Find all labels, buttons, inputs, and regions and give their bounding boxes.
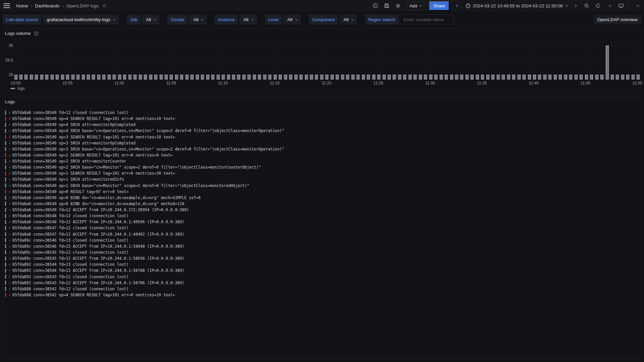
- logs-volume-plot[interactable]: 3029.52910:5010:5511:0011:0511:1011:1511…: [2, 28, 642, 95]
- expand-log-chevron-icon[interactable]: ›: [8, 275, 12, 279]
- expand-log-chevron-icon[interactable]: ›: [8, 238, 12, 243]
- info-circle-icon[interactable]: [372, 2, 379, 9]
- expand-log-chevron-icon[interactable]: ›: [8, 128, 12, 133]
- log-row[interactable]: ›65fda89c conn=38546 fd=13 ACCEPT from I…: [5, 243, 639, 249]
- expand-log-chevron-icon[interactable]: ›: [8, 244, 12, 249]
- x-axis-tick-label: 11:00: [114, 81, 124, 85]
- expand-log-chevron-icon[interactable]: ›: [8, 147, 12, 152]
- refresh-icon[interactable]: [595, 2, 601, 9]
- breadcrumb-home[interactable]: Home: [16, 3, 28, 8]
- log-row[interactable]: ›65fda888 conn=38542 fd=12 closed (conne…: [5, 286, 639, 292]
- gridline: [482, 38, 482, 79]
- log-row[interactable]: ›65fda892 conn=38544 fd=13 closed (conne…: [5, 261, 639, 267]
- logs-volume-bar: [569, 75, 572, 79]
- expand-log-chevron-icon[interactable]: ›: [8, 226, 12, 230]
- collapse-topbar-chevron-icon[interactable]: [634, 2, 641, 9]
- log-row[interactable]: ›65fda8a6 conn=38548 fd=12 ACCEPT from I…: [5, 219, 639, 225]
- log-row[interactable]: ›65fda892 conn=38543 fd=12 ACCEPT from I…: [5, 280, 639, 286]
- datasource-select[interactable]: grafanacloud-keithschmitty-logs: [43, 14, 119, 24]
- breadcrumb-dashboards[interactable]: Dashboards: [35, 3, 59, 8]
- expand-log-chevron-icon[interactable]: ›: [8, 165, 12, 170]
- time-shift-forward-icon[interactable]: [572, 2, 579, 9]
- log-row[interactable]: ›65fda892 conn=38544 fd=13 ACCEPT from I…: [5, 267, 639, 274]
- log-row[interactable]: ›65fda8a6 conn=38549 op=4 SRCH attr=moni…: [5, 122, 639, 128]
- refresh-interval-chevron-icon[interactable]: [606, 2, 613, 9]
- expand-log-chevron-icon[interactable]: ›: [8, 232, 12, 237]
- variable-select[interactable]: All: [189, 14, 207, 24]
- log-row[interactable]: ›65fda8a6 conn=38549 op=4 SRCH base="cn=…: [5, 128, 639, 134]
- expand-log-chevron-icon[interactable]: ›: [8, 268, 12, 273]
- log-line-text: 65fda8a6 conn=38548 fd=12 ACCEPT from IP…: [12, 220, 184, 224]
- log-row[interactable]: ›65fda8a6 conn=38549 op=3 SEARCH RESULT …: [5, 134, 639, 140]
- log-level-indicator: [5, 208, 6, 212]
- variable-select[interactable]: All: [283, 14, 301, 24]
- kiosk-monitor-icon[interactable]: [618, 2, 624, 9]
- variable-group-job: Job All: [127, 14, 159, 24]
- expand-log-chevron-icon[interactable]: ›: [8, 122, 12, 127]
- favorite-star-icon[interactable]: ☆: [102, 3, 106, 9]
- log-row[interactable]: ›65fda8a6 conn=38549 op=1 SRCH base="cn=…: [5, 183, 639, 189]
- log-row[interactable]: ›65fda8a6 conn=38549 op=0 RESULT tag=97 …: [5, 189, 639, 195]
- variable-select[interactable]: All: [239, 14, 257, 24]
- variable-select[interactable]: All: [339, 14, 357, 24]
- expand-log-chevron-icon[interactable]: ›: [8, 177, 12, 182]
- x-axis-tick-label: 11:35: [477, 81, 487, 85]
- log-row[interactable]: ›65fda89c conn=38545 fd=12 closed (conne…: [5, 249, 639, 255]
- expand-log-chevron-icon[interactable]: ›: [8, 201, 12, 206]
- legend-logs[interactable]: logs: [10, 86, 25, 91]
- log-row[interactable]: ›65fda8a6 conn=38549 op=1 SRCH attr=moni…: [5, 176, 639, 182]
- regex-search-input[interactable]: [400, 14, 454, 24]
- expand-log-chevron-icon[interactable]: ›: [8, 135, 12, 139]
- expand-log-chevron-icon[interactable]: ›: [8, 195, 12, 200]
- log-row[interactable]: ›65fda8a6 conn=38549 op=4 SEARCH RESULT …: [5, 116, 639, 122]
- x-axis-tick-label: 11:20: [322, 81, 331, 85]
- log-row[interactable]: ›65fda8a6 conn=38549 op=3 SRCH base="cn=…: [5, 146, 639, 152]
- variable-select[interactable]: All: [142, 14, 159, 24]
- expand-log-chevron-icon[interactable]: ›: [8, 153, 12, 158]
- dashboard-variables-bar: Loki data source grafanacloud-keithschmi…: [0, 13, 644, 25]
- expand-log-chevron-icon[interactable]: ›: [8, 183, 12, 188]
- expand-log-chevron-icon[interactable]: ›: [8, 287, 12, 291]
- log-row[interactable]: ›65fda8a6 conn=38549 op=0 BIND dn="cn=mo…: [5, 201, 639, 207]
- expand-log-chevron-icon[interactable]: ›: [8, 110, 12, 115]
- expand-log-chevron-icon[interactable]: ›: [8, 159, 12, 164]
- log-row[interactable]: ›65fda8a6 conn=38549 op=0 BIND dn="cn=mo…: [5, 195, 639, 201]
- log-row[interactable]: ›65fda89c conn=38545 fd=12 ACCEPT from I…: [5, 255, 639, 261]
- log-row[interactable]: ›65fda8a6 conn=38549 op=2 SRCH base="cn=…: [5, 164, 639, 170]
- expand-log-chevron-icon[interactable]: ›: [8, 293, 12, 297]
- expand-log-chevron-icon[interactable]: ›: [8, 116, 12, 121]
- log-row[interactable]: ›65fda8a6 conn=38549 op=2 SEARCH RESULT …: [5, 152, 639, 158]
- expand-log-chevron-icon[interactable]: ›: [8, 171, 12, 176]
- log-row[interactable]: ›65fda8a6 conn=38549 op=3 SRCH attr=moni…: [5, 140, 639, 146]
- time-shift-back-icon[interactable]: [454, 2, 461, 9]
- log-row[interactable]: ›65fda8a6 conn=38548 fd=12 closed (conne…: [5, 213, 639, 219]
- log-row[interactable]: ›65fda8a6 conn=38549 op=1 SEARCH RESULT …: [5, 170, 639, 176]
- add-button[interactable]: Add: [406, 2, 424, 10]
- hamburger-menu-icon[interactable]: [3, 3, 10, 8]
- log-row[interactable]: ›65fda8a6 conn=38549 fd=12 ACCEPT from I…: [5, 207, 639, 213]
- dashboard-settings-gear-icon[interactable]: [395, 2, 401, 9]
- expand-log-chevron-icon[interactable]: ›: [8, 256, 12, 261]
- log-row[interactable]: ›65fda888 conn=38542 op=4 SEARCH RESULT …: [5, 292, 639, 298]
- expand-log-chevron-icon[interactable]: ›: [8, 189, 12, 194]
- time-range-picker[interactable]: 2024-03-22 10:49:55 to 2024-03-22 11:50:…: [466, 3, 567, 8]
- expand-log-chevron-icon[interactable]: ›: [8, 281, 12, 285]
- zoom-out-time-icon[interactable]: [583, 2, 590, 9]
- expand-log-chevron-icon[interactable]: ›: [8, 250, 12, 255]
- log-row[interactable]: ›65fda8a6 conn=38547 fd=12 ACCEPT from I…: [5, 231, 639, 237]
- share-button[interactable]: Share: [429, 1, 449, 11]
- log-row[interactable]: ›65fda8a6 conn=38549 fd=12 closed (conne…: [5, 110, 639, 116]
- expand-log-chevron-icon[interactable]: ›: [8, 207, 12, 212]
- save-dashboard-icon[interactable]: [383, 2, 390, 9]
- expand-log-chevron-icon[interactable]: ›: [8, 220, 12, 224]
- log-row[interactable]: ›65fda892 conn=38543 fd=12 closed (conne…: [5, 274, 639, 280]
- logs-volume-bar: [294, 75, 298, 79]
- expand-log-chevron-icon[interactable]: ›: [8, 214, 12, 218]
- log-row[interactable]: ›65fda8a6 conn=38547 fd=12 closed (conne…: [5, 225, 639, 231]
- expand-log-chevron-icon[interactable]: ›: [8, 262, 12, 267]
- log-row[interactable]: ›65fda89c conn=38546 fd=13 closed (conne…: [5, 237, 639, 243]
- expand-log-chevron-icon[interactable]: ›: [8, 141, 12, 145]
- log-line-text: 65fda8a6 conn=38549 op=3 SEARCH RESULT t…: [12, 135, 175, 139]
- openldap-overview-link[interactable]: OpenLDAP overview: [594, 15, 641, 24]
- log-row[interactable]: ›65fda8a6 conn=38549 op=2 SRCH attr=moni…: [5, 158, 639, 164]
